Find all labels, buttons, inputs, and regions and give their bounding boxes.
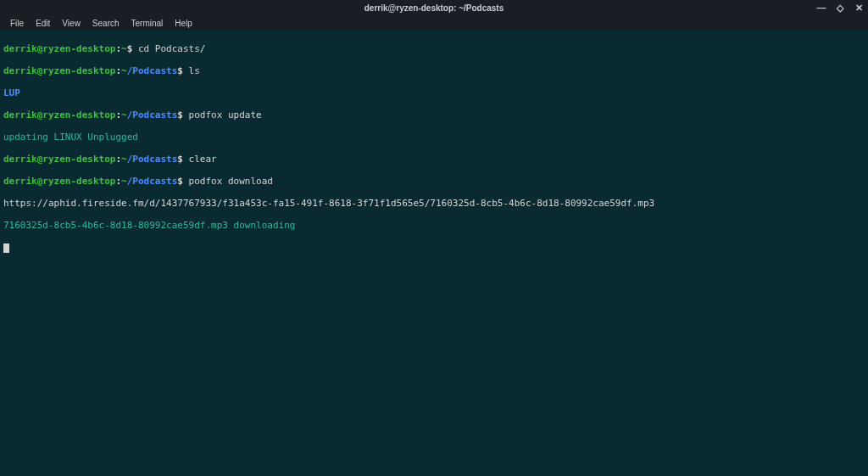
terminal-line: derrik@ryzen-desktop:~/Podcasts$ clear <box>3 154 865 165</box>
menu-file[interactable]: File <box>5 17 29 30</box>
prompt-user-host: derrik@ryzen-desktop <box>3 43 115 54</box>
prompt-user-host: derrik@ryzen-desktop <box>3 176 115 187</box>
output-text: updating LINUX Unplugged <box>3 132 138 143</box>
prompt-path-dir: /Podcasts <box>127 176 178 187</box>
close-button[interactable]: ✕ <box>853 3 865 14</box>
terminal-line: derrik@ryzen-desktop:~$ cd Podcasts/ <box>3 43 865 54</box>
prompt-path: ~ <box>121 43 127 54</box>
terminal-line <box>3 242 865 253</box>
terminal-line: updating LINUX Unplugged <box>3 132 865 143</box>
window-title: derrik@ryzen-desktop: ~/Podcasts <box>364 3 504 13</box>
prompt-path-dir: /Podcasts <box>127 154 178 165</box>
prompt-user-host: derrik@ryzen-desktop <box>3 154 115 165</box>
command-text: podfox update <box>189 109 262 120</box>
terminal-line: derrik@ryzen-desktop:~/Podcasts$ podfox … <box>3 109 865 120</box>
menu-help[interactable]: Help <box>170 17 198 30</box>
menubar: File Edit View Search Terminal Help <box>0 15 868 31</box>
command-text: cd Podcasts/ <box>138 43 205 54</box>
window-titlebar: derrik@ryzen-desktop: ~/Podcasts — ◇ ✕ <box>0 0 868 15</box>
minimize-button[interactable]: — <box>815 3 827 13</box>
terminal-output[interactable]: derrik@ryzen-desktop:~$ cd Podcasts/ der… <box>0 31 868 266</box>
window-controls: — ◇ ✕ <box>815 3 865 14</box>
prompt-path-home: ~ <box>121 65 127 76</box>
prompt-path-home: ~ <box>121 109 127 120</box>
prompt-path-dir: /Podcasts <box>127 109 178 120</box>
ls-output: LUP <box>3 87 20 98</box>
output-url: https://aphid.fireside.fm/d/1437767933/f… <box>3 198 654 209</box>
terminal-line: https://aphid.fireside.fm/d/1437767933/f… <box>3 198 865 209</box>
cursor <box>3 244 9 253</box>
prompt-path-home: ~ <box>121 176 127 187</box>
command-text: clear <box>189 154 217 165</box>
output-text: 7160325d-8cb5-4b6c-8d18-80992cae59df.mp3… <box>3 220 295 231</box>
menu-edit[interactable]: Edit <box>31 17 55 30</box>
menu-terminal[interactable]: Terminal <box>126 17 169 30</box>
terminal-line: derrik@ryzen-desktop:~/Podcasts$ podfox … <box>3 176 865 187</box>
prompt-path-home: ~ <box>121 154 127 165</box>
menu-search[interactable]: Search <box>87 17 125 30</box>
prompt-path-dir: /Podcasts <box>127 65 178 76</box>
command-text: podfox download <box>189 176 273 187</box>
terminal-line: derrik@ryzen-desktop:~/Podcasts$ ls <box>3 65 865 76</box>
prompt-user-host: derrik@ryzen-desktop <box>3 109 115 120</box>
command-text: ls <box>189 65 200 76</box>
prompt-user-host: derrik@ryzen-desktop <box>3 65 115 76</box>
maximize-button[interactable]: ◇ <box>834 3 846 14</box>
terminal-line: LUP <box>3 87 865 98</box>
terminal-line: 7160325d-8cb5-4b6c-8d18-80992cae59df.mp3… <box>3 220 865 231</box>
menu-view[interactable]: View <box>57 17 86 30</box>
